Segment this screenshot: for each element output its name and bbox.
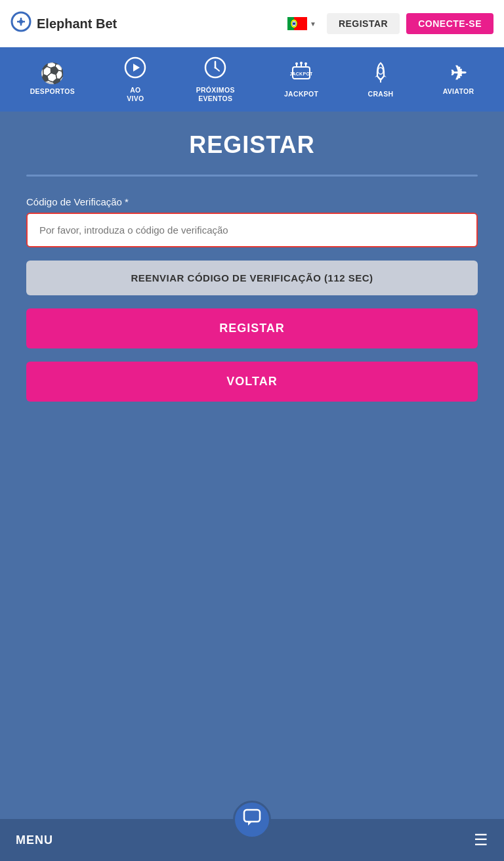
- logo-area: Elephant Bet: [10, 11, 117, 37]
- svg-point-22: [304, 62, 307, 65]
- nav-label-jackpot: JACKPOT: [284, 90, 318, 98]
- svg-text:JACKPOT: JACKPOT: [290, 72, 312, 76]
- header: Elephant Bet ▼ REGISTAR CONECTE-SE: [0, 0, 504, 47]
- soccer-icon: ⚽: [40, 64, 64, 83]
- chat-button[interactable]: [233, 801, 271, 839]
- field-label: Código de Verificação *: [26, 196, 478, 207]
- svg-point-21: [300, 62, 303, 64]
- svg-point-14: [215, 67, 217, 69]
- header-right: ▼ REGISTAR CONECTE-SE: [284, 13, 494, 34]
- hamburger-menu-icon[interactable]: ☰: [474, 831, 488, 849]
- nav-bar: ⚽ DESPORTOS AOVIVO PRÓXIMOSEVENTOS JACK: [0, 47, 504, 112]
- lang-selector[interactable]: ▼: [284, 14, 320, 33]
- header-register-button[interactable]: REGISTAR: [327, 13, 400, 34]
- svg-marker-10: [133, 64, 140, 72]
- svg-point-23: [378, 68, 383, 74]
- bottom-bar: MENU ☰: [0, 819, 504, 861]
- nav-label-desportos: DESPORTOS: [30, 87, 75, 96]
- nav-item-desportos[interactable]: ⚽ DESPORTOS: [30, 64, 75, 96]
- verification-input-wrapper: [26, 213, 478, 247]
- back-button[interactable]: VOLTAR: [26, 362, 478, 402]
- nav-item-ao-vivo[interactable]: AOVIVO: [124, 56, 146, 102]
- airplane-icon: ✈: [450, 64, 467, 83]
- crash-rocket-icon: [369, 60, 392, 86]
- play-icon: [124, 56, 146, 82]
- clock-icon: [204, 56, 226, 82]
- svg-point-3: [19, 20, 23, 24]
- chat-bubble-icon: [243, 808, 261, 831]
- svg-point-8: [293, 22, 295, 25]
- lang-chevron-icon: ▼: [310, 20, 316, 28]
- pt-flag-icon: [287, 17, 307, 30]
- register-button[interactable]: REGISTAR: [26, 308, 478, 348]
- logo-text: Elephant Bet: [37, 16, 117, 32]
- jackpot-icon: JACKPOT: [290, 60, 312, 86]
- nav-item-proximos-eventos[interactable]: PRÓXIMOSEVENTOS: [196, 56, 235, 102]
- svg-rect-25: [244, 810, 260, 822]
- menu-label: MENU: [16, 833, 53, 847]
- divider: [26, 175, 478, 177]
- nav-label-aviator: AVIATOR: [443, 87, 474, 96]
- nav-item-jackpot[interactable]: JACKPOT JACKPOT: [284, 60, 318, 98]
- logo-icon: [10, 11, 32, 37]
- header-connect-button[interactable]: CONECTE-SE: [406, 13, 494, 34]
- main-content: REGISTAR Código de Verificação * REENVIA…: [0, 112, 504, 623]
- svg-point-20: [295, 62, 298, 65]
- nav-label-proximos-eventos: PRÓXIMOSEVENTOS: [196, 86, 235, 102]
- resend-code-button[interactable]: REENVIAR CÓDIGO DE VERIFICAÇÃO (112 SEC): [26, 261, 478, 295]
- verification-field-group: Código de Verificação *: [26, 196, 478, 247]
- nav-item-aviator[interactable]: ✈ AVIATOR: [443, 64, 474, 96]
- footer-spacer: [0, 623, 504, 819]
- nav-item-crash[interactable]: CRASH: [368, 60, 394, 98]
- nav-label-crash: CRASH: [368, 90, 394, 98]
- page-title: REGISTAR: [26, 131, 478, 159]
- nav-label-ao-vivo: AOVIVO: [127, 86, 144, 102]
- verification-code-input[interactable]: [28, 214, 476, 246]
